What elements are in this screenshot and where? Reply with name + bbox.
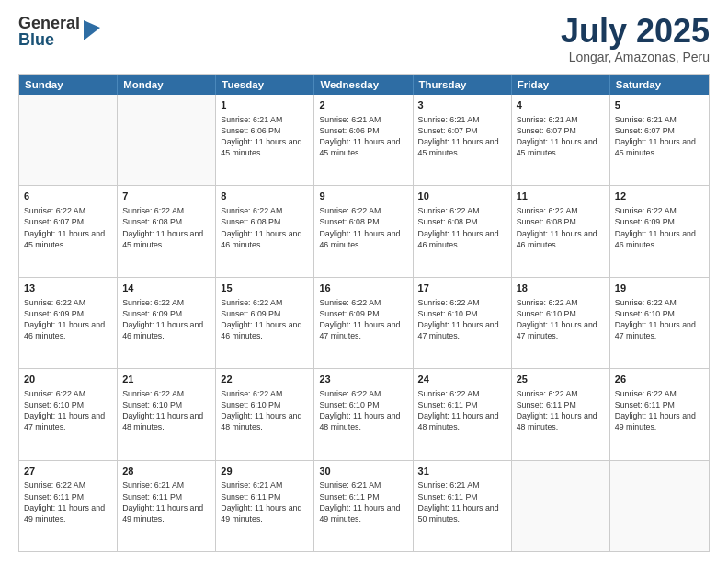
cell-text: Daylight: 11 hours and 45 minutes. [24,228,112,250]
cell-text: Daylight: 11 hours and 46 minutes. [319,228,407,250]
cell-text: Daylight: 11 hours and 48 minutes. [221,410,309,432]
logo: General Blue [18,15,100,48]
calendar-cell: 8Sunrise: 6:22 AMSunset: 6:08 PMDaylight… [216,186,314,276]
cell-text: Sunrise: 6:21 AM [418,114,506,125]
calendar-cell: 31Sunrise: 6:21 AMSunset: 6:11 PMDayligh… [414,461,512,551]
cell-text: Sunrise: 6:22 AM [517,297,605,308]
day-number: 24 [418,373,506,386]
cell-text: Sunset: 6:10 PM [319,399,407,410]
cell-text: Daylight: 11 hours and 45 minutes. [221,136,309,158]
cell-text: Sunset: 6:06 PM [319,125,407,136]
calendar-cell: 10Sunrise: 6:22 AMSunset: 6:08 PMDayligh… [414,186,512,276]
cell-text: Sunset: 6:08 PM [517,216,605,227]
cell-text: Sunrise: 6:21 AM [122,479,210,490]
cell-text: Sunrise: 6:21 AM [221,114,309,125]
calendar-row: 6Sunrise: 6:22 AMSunset: 6:07 PMDaylight… [19,185,709,276]
cell-text: Sunrise: 6:22 AM [24,479,112,490]
cell-text: Sunrise: 6:22 AM [517,388,605,399]
cell-text: Sunset: 6:08 PM [418,216,506,227]
cell-text: Sunset: 6:09 PM [615,216,704,227]
day-number: 19 [615,282,704,295]
cell-text: Daylight: 11 hours and 47 minutes. [615,319,704,341]
cell-text: Sunrise: 6:22 AM [615,205,704,216]
cell-text: Sunrise: 6:22 AM [221,205,309,216]
calendar-header: SundayMondayTuesdayWednesdayThursdayFrid… [19,75,709,95]
cell-text: Sunrise: 6:21 AM [418,479,506,490]
calendar-cell [118,95,216,185]
day-number: 28 [122,465,210,478]
page: General Blue July 2025 Longar, Amazonas,… [0,0,728,563]
day-number: 12 [615,190,704,203]
day-number: 11 [517,190,605,203]
cell-text: Sunset: 6:07 PM [24,216,112,227]
calendar-body: 1Sunrise: 6:21 AMSunset: 6:06 PMDaylight… [19,95,709,551]
cell-text: Sunrise: 6:22 AM [418,297,506,308]
calendar-cell: 5Sunrise: 6:21 AMSunset: 6:07 PMDaylight… [610,95,709,185]
weekday-header: Saturday [610,75,709,95]
day-number: 10 [418,190,506,203]
cell-text: Sunrise: 6:21 AM [319,479,407,490]
cell-text: Sunrise: 6:22 AM [122,297,210,308]
calendar-cell: 23Sunrise: 6:22 AMSunset: 6:10 PMDayligh… [314,369,413,459]
cell-text: Daylight: 11 hours and 45 minutes. [319,136,407,158]
calendar-cell: 7Sunrise: 6:22 AMSunset: 6:08 PMDaylight… [118,186,216,276]
weekday-header: Thursday [414,75,512,95]
cell-text: Sunset: 6:09 PM [24,308,112,319]
cell-text: Sunset: 6:09 PM [221,308,309,319]
day-number: 3 [418,98,506,112]
cell-text: Sunset: 6:10 PM [615,308,704,319]
calendar-cell: 12Sunrise: 6:22 AMSunset: 6:09 PMDayligh… [610,186,709,276]
cell-text: Daylight: 11 hours and 46 minutes. [221,228,309,250]
day-number: 18 [517,282,605,295]
calendar-cell: 22Sunrise: 6:22 AMSunset: 6:10 PMDayligh… [216,369,314,459]
cell-text: Sunrise: 6:22 AM [319,388,407,399]
calendar-cell [610,461,709,551]
cell-text: Sunset: 6:11 PM [24,491,112,502]
cell-text: Daylight: 11 hours and 47 minutes. [517,319,605,341]
cell-text: Sunrise: 6:22 AM [24,388,112,399]
cell-text: Sunrise: 6:22 AM [122,388,210,399]
cell-text: Sunrise: 6:22 AM [24,205,112,216]
day-number: 15 [221,282,309,295]
calendar-cell: 11Sunrise: 6:22 AMSunset: 6:08 PMDayligh… [512,186,610,276]
cell-text: Sunset: 6:10 PM [517,308,605,319]
cell-text: Sunset: 6:11 PM [615,399,704,410]
cell-text: Daylight: 11 hours and 46 minutes. [615,228,704,250]
cell-text: Daylight: 11 hours and 49 minutes. [221,502,309,524]
cell-text: Sunrise: 6:22 AM [122,205,210,216]
day-number: 2 [319,98,407,112]
cell-text: Sunset: 6:07 PM [517,125,605,136]
cell-text: Sunset: 6:09 PM [319,308,407,319]
calendar-cell: 27Sunrise: 6:22 AMSunset: 6:11 PMDayligh… [19,461,118,551]
day-number: 9 [319,190,407,203]
cell-text: Sunrise: 6:22 AM [418,388,506,399]
day-number: 7 [122,190,210,203]
cell-text: Daylight: 11 hours and 46 minutes. [122,319,210,341]
calendar-cell [19,95,118,185]
cell-text: Daylight: 11 hours and 45 minutes. [122,228,210,250]
cell-text: Daylight: 11 hours and 49 minutes. [122,502,210,524]
cell-text: Sunrise: 6:21 AM [615,114,704,125]
cell-text: Sunset: 6:11 PM [221,491,309,502]
cell-text: Sunset: 6:10 PM [418,308,506,319]
cell-text: Sunset: 6:11 PM [319,491,407,502]
cell-text: Sunset: 6:10 PM [122,399,210,410]
calendar-cell: 3Sunrise: 6:21 AMSunset: 6:07 PMDaylight… [414,95,512,185]
cell-text: Sunrise: 6:22 AM [615,297,704,308]
cell-text: Sunset: 6:09 PM [122,308,210,319]
cell-text: Daylight: 11 hours and 46 minutes. [221,319,309,341]
cell-text: Daylight: 11 hours and 48 minutes. [122,410,210,432]
calendar: SundayMondayTuesdayWednesdayThursdayFrid… [18,74,710,552]
calendar-cell: 17Sunrise: 6:22 AMSunset: 6:10 PMDayligh… [414,278,512,368]
header: General Blue July 2025 Longar, Amazonas,… [18,15,710,64]
weekday-header: Wednesday [314,75,413,95]
day-number: 23 [319,373,407,386]
title-block: July 2025 Longar, Amazonas, Peru [561,15,710,64]
calendar-cell: 25Sunrise: 6:22 AMSunset: 6:11 PMDayligh… [512,369,610,459]
cell-text: Sunrise: 6:21 AM [319,114,407,125]
cell-text: Sunrise: 6:22 AM [221,388,309,399]
calendar-cell: 15Sunrise: 6:22 AMSunset: 6:09 PMDayligh… [216,278,314,368]
cell-text: Sunset: 6:06 PM [221,125,309,136]
calendar-cell: 30Sunrise: 6:21 AMSunset: 6:11 PMDayligh… [314,461,413,551]
logo-icon [84,20,100,40]
